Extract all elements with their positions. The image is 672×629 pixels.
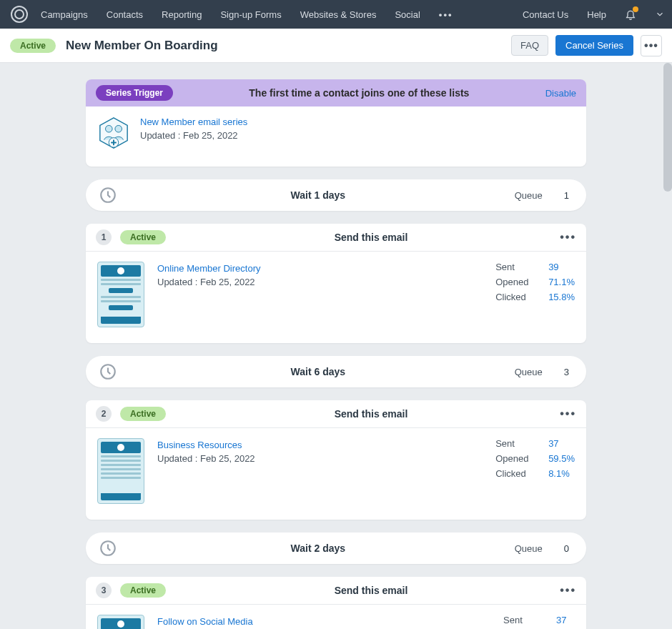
trigger-header: Series Trigger The first time a contact … (86, 79, 586, 107)
stat-opened-label: Opened (495, 453, 533, 464)
email-thumbnail[interactable] (97, 615, 144, 629)
step-number: 1 (96, 229, 112, 245)
series-header: Active New Member On Boarding FAQ Cancel… (0, 29, 672, 63)
step-title: Send this email (166, 232, 576, 243)
stat-sent-label: Sent (495, 262, 533, 272)
series-more-button[interactable]: ••• (641, 35, 662, 56)
nav-items: Campaigns Contacts Reporting Sign-up For… (41, 9, 453, 20)
stat-sent-value[interactable]: 39 (548, 262, 558, 272)
clock-icon (99, 539, 117, 558)
email-updated: Updated : Feb 25, 2022 (157, 277, 483, 287)
nav-help[interactable]: Help (587, 9, 606, 20)
email-updated: Updated : Feb 25, 2022 (157, 453, 483, 464)
svg-point-1 (106, 125, 113, 132)
step-more-button[interactable]: ••• (560, 407, 576, 420)
series-flow: Series Trigger The first time a contact … (86, 79, 586, 629)
nav-right: Contact Us Help (523, 9, 665, 20)
step-more-button[interactable]: ••• (560, 584, 576, 597)
wait-step-2: Wait 6 days Queue 3 (86, 356, 586, 387)
stat-sent-value[interactable]: 37 (556, 615, 566, 625)
email-name-link[interactable]: Online Member Directory (157, 263, 483, 274)
email-thumbnail[interactable] (97, 438, 144, 504)
step-title: Send this email (166, 585, 576, 596)
stat-opened-label: Opened (495, 277, 533, 287)
clock-icon (99, 362, 117, 381)
nav-signup-forms[interactable]: Sign-up Forms (220, 9, 281, 20)
email-name-link[interactable]: Business Resources (157, 440, 483, 450)
queue-value: 1 (564, 190, 569, 201)
account-chevron-icon[interactable] (655, 9, 665, 19)
scrollbar-thumb[interactable] (663, 63, 672, 192)
disable-trigger-link[interactable]: Disable (545, 88, 576, 99)
step-status-pill: Active (120, 230, 166, 244)
trigger-pill: Series Trigger (96, 85, 173, 101)
stat-opened-value[interactable]: 71.1% (548, 277, 575, 287)
trigger-card: Series Trigger The first time a contact … (86, 79, 586, 167)
wait-step-3: Wait 2 days Queue 0 (86, 533, 586, 564)
stat-sent-value[interactable]: 37 (548, 438, 558, 449)
stat-clicked-label: Clicked (495, 468, 533, 479)
notification-badge (633, 6, 638, 12)
nav-reporting[interactable]: Reporting (162, 9, 202, 20)
queue-label: Queue (515, 190, 543, 201)
trigger-description: The first time a contact joins one of th… (173, 87, 545, 99)
contacts-hex-icon (97, 117, 130, 149)
email-step-3: 3 Active Send this email ••• Follow on S… (86, 577, 586, 629)
step-status-pill: Active (120, 407, 166, 421)
email-name-link[interactable]: Follow on Social Media (157, 616, 490, 627)
wait-text: Wait 2 days (122, 543, 515, 554)
queue-label: Queue (515, 543, 543, 554)
cancel-series-button[interactable]: Cancel Series (555, 35, 633, 56)
wait-step-1: Wait 1 days Queue 1 (86, 179, 586, 211)
queue-label: Queue (515, 367, 543, 377)
wait-text: Wait 6 days (122, 366, 515, 377)
queue-value: 3 (564, 367, 569, 377)
series-title: New Member On Boarding (66, 39, 218, 53)
stat-opened-value[interactable]: 59.5% (548, 453, 575, 464)
nav-contacts[interactable]: Contacts (107, 9, 143, 20)
top-nav: Campaigns Contacts Reporting Sign-up For… (0, 0, 672, 29)
stat-clicked-value[interactable]: 8.1% (548, 468, 570, 479)
email-stats: Sent37 Opened59.5% Clicked8.1% (495, 438, 575, 504)
clock-icon (99, 186, 117, 204)
step-more-button[interactable]: ••• (560, 231, 576, 244)
nav-campaigns[interactable]: Campaigns (41, 9, 88, 20)
nav-contact-us[interactable]: Contact Us (523, 9, 568, 20)
nav-social[interactable]: Social (395, 9, 420, 20)
svg-point-2 (115, 125, 122, 132)
email-thumbnail[interactable] (97, 262, 144, 327)
brand-logo-icon[interactable] (11, 6, 28, 23)
stat-clicked-label: Clicked (495, 292, 533, 302)
email-stats: Sent39 Opened71.1% Clicked15.8% (495, 262, 575, 327)
series-status-pill: Active (10, 39, 56, 53)
stat-clicked-value[interactable]: 15.8% (548, 292, 575, 302)
step-number: 2 (96, 406, 112, 422)
content-scroll: Series Trigger The first time a contact … (0, 63, 672, 629)
wait-text: Wait 1 days (122, 189, 515, 201)
step-status-pill: Active (120, 583, 166, 598)
email-step-1: 1 Active Send this email ••• Online Memb… (86, 224, 586, 343)
faq-button[interactable]: FAQ (511, 35, 548, 56)
trigger-list-link[interactable]: New Member email series (140, 117, 247, 127)
step-number: 3 (96, 583, 112, 598)
stat-sent-label: Sent (503, 615, 540, 625)
nav-more-icon[interactable]: ••• (439, 9, 453, 20)
trigger-updated: Updated : Feb 25, 2022 (140, 130, 247, 141)
email-step-2: 2 Active Send this email ••• Business Re… (86, 400, 586, 520)
email-stats: Sent37 (503, 615, 575, 629)
step-title: Send this email (166, 408, 576, 420)
notifications-icon[interactable] (625, 9, 636, 20)
nav-websites-stores[interactable]: Websites & Stores (300, 9, 377, 20)
queue-value: 0 (564, 543, 569, 554)
stat-sent-label: Sent (495, 438, 533, 449)
